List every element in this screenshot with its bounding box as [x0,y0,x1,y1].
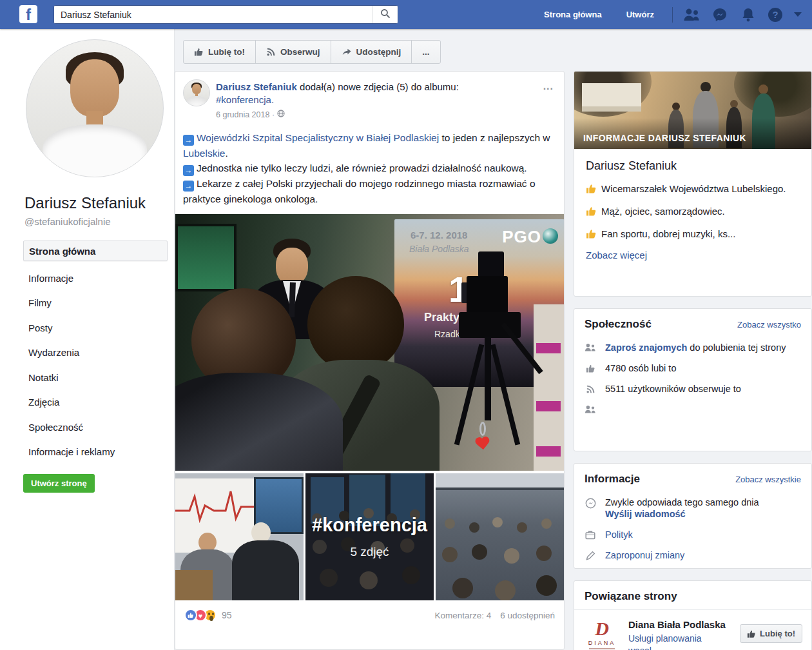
briefcase-icon [585,529,596,540]
sidebar-item-filmy[interactable]: Filmy [23,291,168,316]
lubelskie-link[interactable]: Lubelskie [183,148,226,159]
more-actions-button[interactable]: ... [411,41,440,63]
search-input[interactable] [54,6,372,23]
create-page-button[interactable]: Utwórz stronę [23,474,95,493]
about-body: Dariusz Stefaniuk Wicemarszałek Wojewódz… [574,149,811,271]
post-header-text: Dariusz Stefaniuk dodał(a) nowe zdjęcia … [216,79,459,121]
page-likes-row: 4780 osób lubi to [574,358,811,379]
post-main-photo[interactable]: 6-7. 12. 2018 Biała Podlaska PGO 1K Prak… [175,214,564,471]
suggest-edits-link[interactable]: Zaproponuj zmiany [605,550,684,560]
sidebar-item-posty[interactable]: Posty [23,315,168,340]
sidebar-item-wydarzenia[interactable]: Wydarzenia [23,340,168,366]
foreground-person-right-head [307,276,404,373]
stand-magenta-bar [536,401,561,411]
sidebar-item-informacje-i-reklamy[interactable]: Informacje i reklamy [23,440,168,465]
category-link[interactable]: Polityk [605,529,633,540]
blue-arrow-emoji: → [183,181,194,192]
messenger-outline-icon [585,497,596,509]
info-see-all-link[interactable]: Zobacz wszystkie [735,475,801,484]
community-title: Społeczność [585,318,652,331]
diana-page-logo[interactable]: D DIANA [583,619,621,650]
like-page-button[interactable]: Lubię to! [184,41,255,63]
page-action-bar: Lubię to! Obserwuj Udostępnij ... [183,40,441,64]
category-row: Polityk [574,524,811,545]
sidebar-item-zdjecia[interactable]: Zdjęcia [23,390,168,415]
facebook-page-screen: f Strona główna Utwórz ? [0,0,812,650]
cover-photo[interactable]: INFORMACJE DARIUSZ STEFANIUK [574,72,811,149]
avatar-face [70,59,119,117]
sidebar-item-spolecznosc[interactable]: Społeczność [23,415,168,440]
pencil-icon [585,550,596,560]
cover-caption-overlay: INFORMACJE DARIUSZ STEFANIUK [574,118,811,149]
community-see-all-link[interactable]: Zobacz wszystko [737,320,801,330]
follow-button[interactable]: Obserwuj [255,41,331,63]
follow-rss-icon [266,47,276,57]
nav-create-link[interactable]: Utwórz [626,10,654,19]
post-header: Dariusz Stefaniuk dodał(a) nowe zdjęcia … [175,72,564,125]
post-author-link[interactable]: Dariusz Stefaniuk [216,81,297,92]
share-button[interactable]: Udostępnij [331,41,412,63]
notifications-icon[interactable] [740,6,757,23]
banner-date: 6-7. 12. 2018 [411,230,467,241]
follow-rss-icon [585,384,596,394]
account-caret-icon[interactable] [794,12,802,17]
friends-icon [585,342,596,352]
info-title: Informacje [585,473,640,486]
thumbs-up-emoji [586,206,597,220]
nav-home-link[interactable]: Strona główna [544,10,602,19]
profile-photo[interactable] [26,39,164,177]
followers-count-text: 5511 użytkowników obserwuje to [605,384,741,394]
invite-friends-link[interactable]: Zaproś znajomych [605,342,687,353]
related-page-name[interactable]: Diana Biała Podlaska [628,619,726,630]
messenger-icon[interactable] [711,6,728,23]
album-hashtag: #konferencja [312,515,427,536]
reaction-count[interactable]: 95 [222,610,232,620]
thumbs-up-emoji [586,183,597,197]
sidebar-item-strona-glowna[interactable]: Strona główna [23,241,168,261]
comments-count[interactable]: Komentarze: 4 [434,611,491,620]
family-mother-head [759,84,768,94]
reaction-summary[interactable]: ♥ 95 [184,609,232,622]
send-message-link[interactable]: Wyślij wiadomość [605,509,686,519]
shares-count[interactable]: 6 udostępnień [500,611,555,620]
friend-requests-icon[interactable] [683,6,700,23]
album-thumbnail-2[interactable]: #konferencja 5 zdjęć [305,473,434,600]
pgo-logo-globe [543,228,558,244]
post-line-2: →Jednostka nie tylko leczy ludzi, ale ró… [183,161,555,176]
search-button[interactable] [372,6,398,23]
avatar-shirt [43,124,146,177]
help-icon[interactable]: ? [768,8,782,22]
post-date[interactable]: 6 grudnia 2018 · [216,108,275,121]
heart-charm [474,437,491,452]
tripod-column [485,337,491,420]
see-more-link[interactable]: Zobacz więcej [586,250,647,261]
related-page-like-button[interactable]: Lubię to! [740,624,802,643]
album-link[interactable]: #konferencja. [216,94,274,105]
post-stats: Komentarze: 4 6 udostępnień [434,611,555,620]
foreground-person-left-body [175,373,343,471]
sidebar-item-informacje[interactable]: Informacje [23,266,168,291]
palace-decor [582,83,641,112]
ceiling-decor [436,473,564,490]
invite-friends-row: Zaproś znajomych do polubienia tej stron… [574,337,811,358]
post-more-button[interactable]: ... [543,81,554,92]
info-card: Informacje Zobacz wszystkie Zwykle odpow… [574,463,812,569]
sidebar-item-notatki[interactable]: Notatki [23,365,168,390]
hospital-link[interactable]: Wojewódzki Szpital Specjalistyczny w Bia… [197,132,439,143]
post-author-avatar[interactable] [183,79,210,106]
avatar-shirt [187,96,206,106]
green-screen-decor [175,224,237,291]
about-name: Dariusz Stefaniuk [586,159,800,173]
post-action-text: dodał(a) nowe zdjęcia (5) do albumu: [300,81,459,92]
search-icon [380,8,391,21]
page-followers-row: 5511 użytkowników obserwuje to [574,379,811,399]
album-thumbnail-3[interactable] [436,473,564,600]
related-page-category: Usługi planowania wesel [628,633,726,650]
album-thumbnail-1[interactable] [175,473,304,600]
thumb-up-icon [585,363,596,373]
about-card: INFORMACJE DARIUSZ STEFANIUK Dariusz Ste… [574,71,812,297]
community-card: Społeczność Zobacz wszystko Zaproś znajo… [574,308,812,451]
suggest-edits-row: Zaproponuj zmiany [574,545,811,566]
facebook-logo[interactable]: f [19,5,37,23]
blue-arrow-emoji: → [183,135,194,146]
